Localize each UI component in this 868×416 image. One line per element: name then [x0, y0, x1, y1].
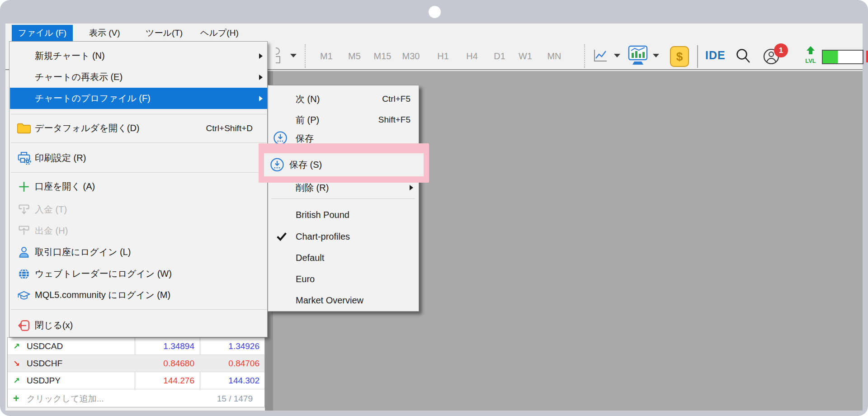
menu-item-open-account[interactable]: 口座を開く (A) [10, 176, 267, 197]
menu-bar: ファイル (F) 表示 (V) ツール(T) ヘルプ(H) [5, 24, 863, 41]
profile-icon[interactable] [276, 47, 283, 66]
menu-item-label: Chart-profiles [296, 226, 350, 247]
webtrader-globe-icon [16, 266, 32, 282]
menu-item-label: 入金 (T) [35, 199, 67, 220]
save-highlight-annotation: 保存 (S) [259, 143, 429, 183]
save-profile-icon [269, 157, 285, 173]
submenu-item-chart-profiles[interactable]: Chart-profiles [269, 226, 419, 247]
timeframe-h1-button[interactable]: H1 [430, 47, 456, 65]
menu-item-new-chart[interactable]: 新規チャート (N) [10, 45, 267, 66]
close-exit-icon [16, 317, 32, 334]
menu-separator [11, 172, 267, 173]
ask-value: 0.84706 [202, 355, 259, 372]
submenu-item-euro[interactable]: Euro [269, 269, 419, 289]
timeframe-m1-button[interactable]: M1 [314, 47, 339, 65]
table-row[interactable]: ↗ USDJPY 144.276 144.302 [8, 372, 264, 389]
menu-item-withdraw[interactable]: 出金 (H) [10, 220, 267, 241]
menu-item-label: 取引口座にログイン (L) [35, 241, 131, 263]
chart-profiles-submenu: 次 (N) Ctrl+F5 前 (P) Shift+F5 保存 削除 (R) B… [268, 85, 419, 312]
connection-progress-fill [823, 51, 838, 63]
lvl-up-icon[interactable]: LVL [803, 46, 818, 64]
menu-item-login-mql5[interactable]: MQL5.community にログイン (M) [10, 284, 267, 306]
frame-dot [429, 6, 441, 18]
menu-item-close[interactable]: 閉じる(x) [10, 315, 267, 336]
submenu-item-market-overview[interactable]: Market Overview [269, 290, 419, 311]
menu-item-label: MQL5.community にログイン (M) [35, 284, 170, 306]
menu-separator [11, 142, 267, 143]
menu-item-label: チャートの再表示 (E) [35, 66, 123, 88]
menu-item-label: 次 (N) [296, 89, 320, 109]
line-chart-icon[interactable] [591, 47, 609, 67]
ide-button[interactable]: IDE [705, 49, 726, 62]
submenu-item-previous[interactable]: 前 (P) Shift+F5 [269, 109, 419, 130]
timeframe-w1-button[interactable]: W1 [513, 47, 538, 65]
clipped-icon [866, 51, 868, 62]
table-row[interactable]: ↘ USDCHF 0.84680 0.84706 [8, 355, 264, 372]
timeframe-mn-button[interactable]: MN [542, 47, 567, 65]
menu-item-print-setup[interactable]: 印刷設定 (R) [10, 147, 267, 169]
menu-item-shortcut: Shift+F5 [378, 109, 410, 130]
symbol-label: USDCHF [27, 355, 62, 372]
ask-value: 1.34926 [202, 338, 259, 355]
down-arrow-icon: ↘ [13, 355, 20, 372]
folder-icon [16, 120, 32, 137]
withdraw-icon [16, 223, 32, 239]
profile-dropdown-caret[interactable] [290, 54, 297, 57]
submenu-arrow-icon [259, 75, 263, 80]
print-settings-icon [16, 150, 32, 166]
lvl-label: LVL [803, 58, 818, 64]
timeframe-m5-button[interactable]: M5 [342, 47, 367, 65]
add-symbol-row[interactable]: + クリックして追加... 15 / 1479 [8, 390, 264, 407]
menu-item-login-trade-account[interactable]: 取引口座にログイン (L) [10, 241, 267, 263]
dollar-icon[interactable]: $ [670, 46, 689, 67]
mql5-community-icon [16, 287, 32, 303]
menu-item-label: Default [296, 247, 324, 268]
check-icon [276, 229, 288, 243]
monitor-dropdown-caret[interactable] [653, 54, 659, 57]
menu-item-label: 口座を開く (A) [35, 176, 95, 197]
toolbar-separator [305, 44, 306, 68]
menu-item-reopen-chart[interactable]: チャートの再表示 (E) [10, 66, 267, 88]
table-row[interactable]: ↗ USDCAD 1.34894 1.34926 [8, 338, 264, 355]
connection-progress-bar [822, 50, 863, 64]
toolbar-separator [584, 44, 585, 68]
market-monitor-icon[interactable] [627, 45, 648, 69]
bid-value: 144.276 [137, 372, 194, 389]
ask-value: 144.302 [202, 372, 259, 389]
submenu-item-default[interactable]: Default [269, 247, 419, 268]
menu-view[interactable]: 表示 (V) [83, 25, 127, 41]
timeframe-d1-button[interactable]: D1 [487, 47, 512, 65]
menu-item-open-data-folder[interactable]: データフォルダを開く(D) Ctrl+Shift+D [10, 118, 267, 139]
menu-item-label: チャートのプロファイル (F) [35, 88, 151, 109]
chart-type-dropdown-caret[interactable] [614, 54, 620, 57]
menu-item-deposit[interactable]: 入金 (T) [10, 199, 267, 220]
add-symbol-label: クリックして追加... [27, 390, 104, 407]
highlighted-save-item[interactable]: 保存 (S) [264, 153, 424, 176]
up-arrow-icon: ↗ [13, 372, 20, 389]
menu-file[interactable]: ファイル (F) [12, 25, 73, 41]
menu-item-label: Market Overview [296, 290, 363, 311]
timeframe-h4-button[interactable]: H4 [459, 47, 485, 65]
submenu-arrow-icon [410, 185, 413, 190]
symbol-label: USDCAD [27, 338, 63, 355]
search-icon[interactable] [734, 47, 752, 68]
submenu-arrow-icon [259, 96, 263, 101]
menu-item-login-webtrader[interactable]: ウェブトレーダーにログイン (W) [10, 263, 267, 284]
menu-item-label: 保存 (S) [289, 159, 322, 171]
file-menu-dropdown: 新規チャート (N) チャートの再表示 (E) チャートのプロファイル (F) … [9, 41, 268, 337]
bid-value: 0.84680 [137, 355, 194, 372]
submenu-item-next[interactable]: 次 (N) Ctrl+F5 [269, 89, 419, 109]
menu-item-label: British Pound [296, 204, 349, 225]
menu-item-label: Euro [296, 269, 315, 289]
menu-tools[interactable]: ツール(T) [139, 25, 189, 41]
menu-separator [271, 199, 415, 199]
open-account-plus-icon [16, 179, 32, 195]
submenu-item-british-pound[interactable]: British Pound [269, 204, 419, 225]
menu-item-shortcut: Ctrl+F5 [382, 89, 410, 109]
menu-help[interactable]: ヘルプ(H) [194, 25, 245, 41]
timeframe-m15-button[interactable]: M15 [370, 47, 395, 65]
timeframe-m30-button[interactable]: M30 [398, 47, 424, 65]
menu-item-label: 新規チャート (N) [35, 45, 105, 66]
menu-item-chart-profiles[interactable]: チャートのプロファイル (F) [10, 88, 267, 109]
up-arrow-icon: ↗ [13, 338, 20, 355]
